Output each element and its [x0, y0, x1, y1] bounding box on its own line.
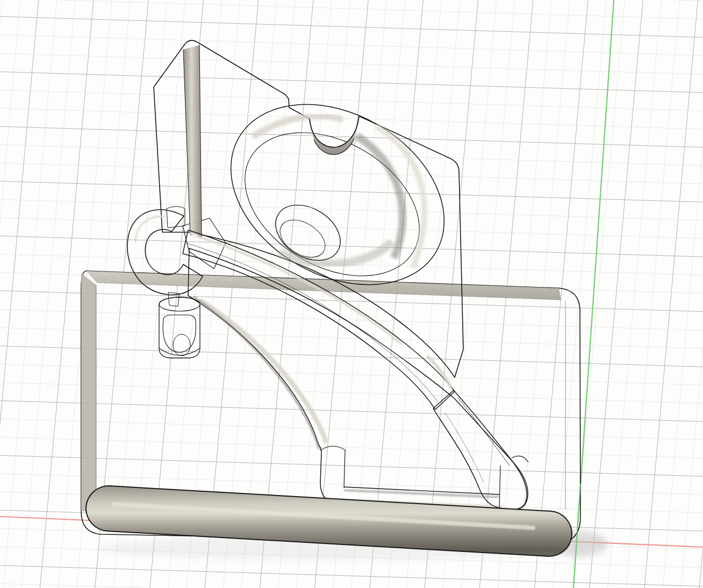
right-foot-top-arc — [512, 456, 528, 462]
recess-shade-right — [357, 136, 403, 258]
bridge-shadow — [344, 490, 499, 497]
recess-highlight-top — [253, 116, 343, 137]
clip-bottom-rim — [159, 348, 200, 355]
bracket-model[interactable] — [81, 40, 580, 543]
clip-pin — [173, 334, 190, 356]
left-foot-top-arc — [320, 446, 346, 450]
clip-slot — [163, 315, 196, 353]
model-canvas[interactable]: Gray bracket part — [0, 0, 703, 588]
cad-viewport[interactable]: Gray bracket part — [0, 0, 703, 588]
arch-fillet-shadow — [193, 297, 319, 449]
bottom-bar[interactable] — [109, 504, 549, 534]
arm-bend-highlight — [427, 356, 451, 388]
right-foot-left-edge — [499, 465, 500, 508]
hook-tab — [167, 206, 185, 228]
base-plate-left-edge-face — [81, 273, 96, 514]
bottom-bar-body[interactable] — [109, 508, 549, 534]
clip-body[interactable] — [159, 297, 200, 358]
notch-wall — [310, 116, 359, 155]
clip-top-face — [159, 297, 200, 311]
top-plate[interactable] — [154, 40, 477, 377]
top-plate-corner-chamfer — [183, 45, 202, 238]
diagonal-arm-ridge — [458, 398, 510, 465]
clip-boss[interactable] — [159, 292, 200, 358]
left-foot-right-edge — [344, 450, 345, 488]
specular-highlight — [192, 234, 197, 239]
